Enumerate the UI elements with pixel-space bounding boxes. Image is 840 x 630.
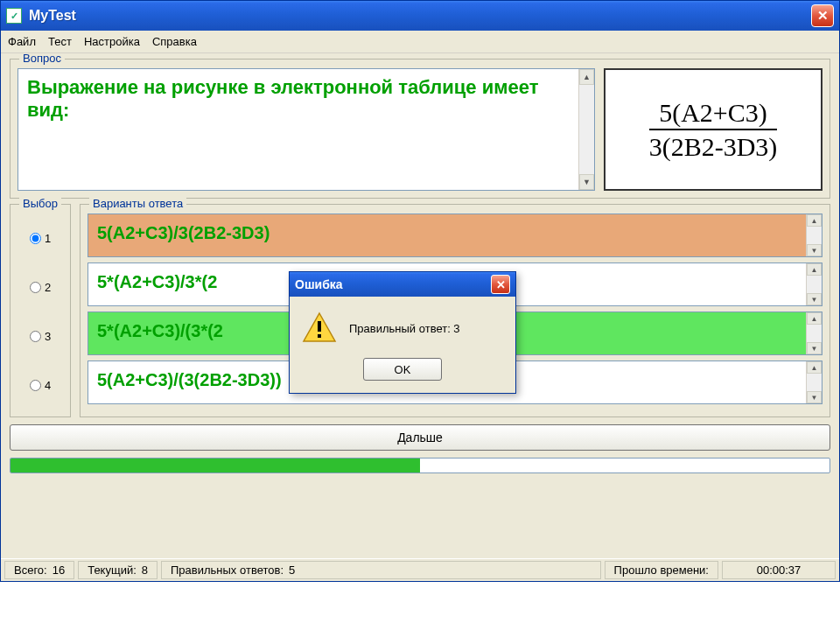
choice-2[interactable]: 2 [18,262,63,312]
status-total-value: 16 [52,564,65,577]
dialog-title: Ошибка [295,277,343,291]
status-total: Всего: 16 [4,561,74,579]
radio-4-label: 4 [45,379,51,392]
status-correct: Правильных ответов: 5 [161,561,601,579]
status-elapsed-value-cell: 00:00:37 [722,561,836,579]
scroll-up-icon[interactable]: ▲ [579,69,594,85]
warning-icon [302,311,337,346]
answer-3-scrollbar[interactable]: ▲ ▼ [806,312,822,354]
scroll-down-icon[interactable]: ▼ [807,342,822,354]
question-group: Вопрос Выражение на рисунке в электронно… [10,59,830,199]
answer-text-3: 5*(A2+C3)/(3*(2 [97,321,223,340]
dialog-ok-button[interactable]: OK [363,358,442,381]
radio-3-label: 3 [45,330,51,343]
radio-2[interactable] [30,282,41,293]
status-current-label: Текущий: [88,564,136,577]
formula-fraction: 5(A2+C3) 3(2B2-3D3) [649,98,778,161]
scroll-down-icon[interactable]: ▼ [807,244,822,256]
status-correct-label: Правильных ответов: [171,564,284,577]
answer-text-4: 5(A2+C3)/(3(2B2-3D3)) [97,370,282,389]
progress-bar [10,458,830,473]
titlebar: ✓ MyTest ✕ [1,1,839,31]
progress-fill [10,458,420,472]
status-total-label: Всего: [14,564,47,577]
answer-2-scrollbar[interactable]: ▲ ▼ [806,263,822,305]
formula-numerator: 5(A2+C3) [649,98,778,130]
dialog-close-button[interactable]: ✕ [491,275,510,294]
question-group-label: Вопрос [19,53,65,65]
choice-1[interactable]: 1 [18,214,63,262]
radio-1-label: 1 [45,232,51,245]
svg-rect-2 [318,334,321,338]
status-current-value: 8 [142,564,148,577]
menu-settings[interactable]: Настройка [84,35,140,48]
app-icon: ✓ [6,8,22,24]
choice-group: Выбор 1 2 3 4 [10,204,71,417]
menu-help[interactable]: Справка [152,35,197,48]
status-elapsed-value: 00:00:37 [757,564,802,577]
scroll-up-icon[interactable]: ▲ [807,312,822,325]
status-elapsed-label-cell: Прошло времени: [605,561,718,579]
answer-text-2: 5*(A2+C3)/3*(2 [97,272,217,291]
radio-2-label: 2 [45,281,51,294]
question-text-box: Выражение на рисунке в электронной табли… [18,68,595,191]
scroll-down-icon[interactable]: ▼ [807,391,822,403]
status-elapsed-label: Прошло времени: [614,564,709,577]
answer-box-1: 5(A2+C3)/3(2B2-3D3) ▲ ▼ [88,214,822,257]
choice-4[interactable]: 4 [18,360,63,410]
answer-4-scrollbar[interactable]: ▲ ▼ [806,361,822,403]
dialog-message: Правильный ответ: 3 [349,322,460,335]
choice-group-label: Выбор [19,197,61,210]
status-current: Текущий: 8 [78,561,158,579]
scroll-up-icon[interactable]: ▲ [807,361,822,374]
statusbar: Всего: 16 Текущий: 8 Правильных ответов:… [1,558,839,581]
answer-row-1: 5(A2+C3)/3(2B2-3D3) ▲ ▼ [88,214,822,257]
answers-group-label: Варианты ответа [89,197,186,210]
error-dialog: Ошибка ✕ Правильный ответ: 3 OK [289,271,516,394]
scroll-down-icon[interactable]: ▼ [807,293,822,305]
close-icon: ✕ [817,8,829,24]
question-scrollbar[interactable]: ▲ ▼ [578,69,594,190]
scroll-up-icon[interactable]: ▲ [807,214,822,227]
window-title: MyTest [29,8,811,24]
radio-1[interactable] [30,233,41,244]
close-button[interactable]: ✕ [811,4,834,27]
svg-rect-1 [318,321,321,332]
radio-3[interactable] [30,331,41,342]
status-correct-value: 5 [289,564,295,577]
close-icon: ✕ [496,278,506,291]
menu-test[interactable]: Тест [48,35,72,48]
menu-file[interactable]: Файл [8,35,36,48]
question-text: Выражение на рисунке в электронной табли… [27,76,538,121]
choice-3[interactable]: 3 [18,312,63,360]
dialog-titlebar: Ошибка ✕ [290,272,515,297]
answer-text-1: 5(A2+C3)/3(2B2-3D3) [97,223,270,242]
formula-denominator: 3(2B2-3D3) [649,130,778,161]
scroll-up-icon[interactable]: ▲ [807,263,822,276]
answer-1-scrollbar[interactable]: ▲ ▼ [806,214,822,256]
next-button[interactable]: Дальше [10,424,830,451]
question-image-box: 5(A2+C3) 3(2B2-3D3) [604,68,822,191]
menubar: Файл Тест Настройка Справка [1,31,839,53]
radio-4[interactable] [30,380,41,391]
scroll-down-icon[interactable]: ▼ [579,174,594,190]
